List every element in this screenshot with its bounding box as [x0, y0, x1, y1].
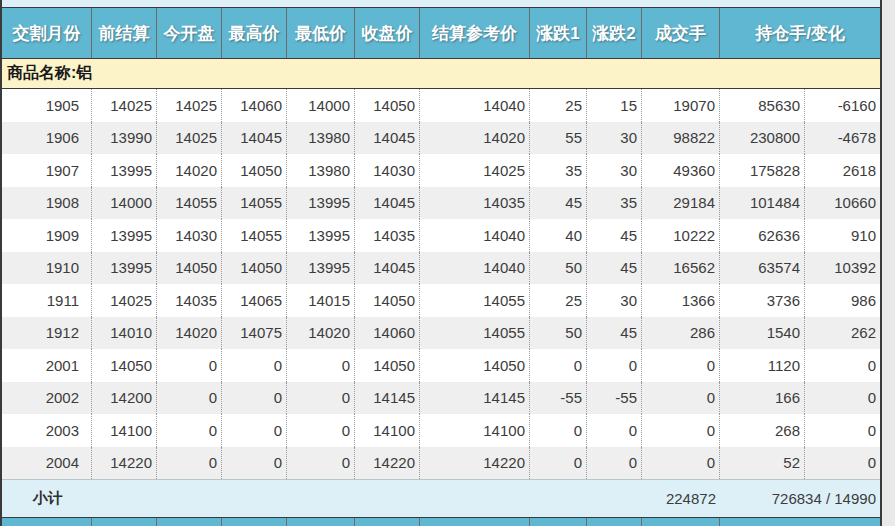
cell-volume: 0 [642, 447, 720, 480]
cell-close: 14045 [355, 122, 420, 155]
cell-change1: 40 [530, 219, 587, 252]
cell-delivery-month: 1909 [2, 219, 92, 252]
cell-settlement-reference: 14145 [420, 382, 530, 415]
cell-delivery-month: 2003 [2, 414, 92, 447]
cell-open-interest-change: 175828 [720, 154, 805, 187]
cell-prev-settlement: 13995 [92, 252, 157, 285]
table-body: 1905140251402514060140001405014040251519… [2, 89, 880, 479]
cell-open-interest-change: 1540 [720, 317, 805, 350]
cell-settlement-reference: 14055 [420, 284, 530, 317]
cell-volume: 1366 [642, 284, 720, 317]
table-row-1912: 1912140101402014075140201406014055504528… [2, 317, 880, 350]
cell-prev-settlement: 14200 [92, 382, 157, 415]
next-header-cell [157, 518, 222, 526]
cell-change2: 35 [587, 187, 642, 220]
cell-prev-settlement: 14025 [92, 284, 157, 317]
subtotal-left-area: 小计 224872 [2, 480, 720, 517]
cell-low: 13995 [287, 252, 355, 285]
subtotal-row: 小计 224872 726834 / 14990 [2, 479, 880, 517]
table-row-1905: 1905140251402514060140001405014040251519… [2, 89, 880, 122]
cell-prev-settlement: 14220 [92, 447, 157, 480]
cell-change2: -55 [587, 382, 642, 415]
cell-oi-change: 0 [805, 447, 880, 480]
cell-delivery-month: 2001 [2, 349, 92, 382]
column-header-volume: 成交手 [642, 8, 720, 58]
cell-high: 0 [222, 414, 287, 447]
futures-quotes-table: 交割月份前结算今开盘最高价最低价收盘价结算参考价涨跌1涨跌2成交手持仓手/变化 … [0, 0, 882, 526]
cell-open-interest-change: 85630 [720, 89, 805, 122]
cell-open: 14025 [157, 89, 222, 122]
cell-settlement-reference: 14220 [420, 447, 530, 480]
table-row-1906: 1906139901402514045139801404514020553098… [2, 122, 880, 155]
cell-close: 14050 [355, 349, 420, 382]
product-row: 商品名称:铝 [2, 58, 880, 89]
quotes-screen: { "table": { "headers": ["交割月份", "前结算", … [0, 0, 895, 526]
cell-low: 13980 [287, 154, 355, 187]
cell-settlement-reference: 14020 [420, 122, 530, 155]
cell-change2: 30 [587, 154, 642, 187]
cell-open: 14020 [157, 317, 222, 350]
cell-high: 14065 [222, 284, 287, 317]
cell-low: 14020 [287, 317, 355, 350]
cell-delivery-month: 1911 [2, 284, 92, 317]
cell-high: 14060 [222, 89, 287, 122]
cell-close: 14045 [355, 252, 420, 285]
next-section-header-tail [2, 517, 880, 526]
cell-close: 14060 [355, 317, 420, 350]
cell-low: 13995 [287, 187, 355, 220]
cell-open-interest-change: 1120 [720, 349, 805, 382]
cell-volume: 0 [642, 349, 720, 382]
next-header-cell [92, 518, 157, 526]
cell-close: 14050 [355, 284, 420, 317]
cell-high: 14055 [222, 219, 287, 252]
table-row-2002: 2002142000001414514145-55-5501660 [2, 382, 880, 415]
table-row-2004: 2004142200001422014220000520 [2, 447, 880, 480]
cell-change1: 50 [530, 317, 587, 350]
cell-delivery-month: 2004 [2, 447, 92, 480]
cell-open-interest-change: 3736 [720, 284, 805, 317]
cell-volume: 98822 [642, 122, 720, 155]
cell-delivery-month: 2002 [2, 382, 92, 415]
cell-prev-settlement: 13995 [92, 154, 157, 187]
column-header-change2: 涨跌2 [587, 8, 642, 58]
cell-open: 0 [157, 447, 222, 480]
column-header-high: 最高价 [222, 8, 287, 58]
cell-open-interest-change: 63574 [720, 252, 805, 285]
cell-change1: 0 [530, 447, 587, 480]
subtotal-volume-value: 224872 [666, 490, 720, 507]
cell-delivery-month: 1907 [2, 154, 92, 187]
cell-open: 14025 [157, 122, 222, 155]
cell-open-interest-change: 268 [720, 414, 805, 447]
cell-low: 0 [287, 382, 355, 415]
table-row-1907: 1907139951402014050139801403014025353049… [2, 154, 880, 187]
cell-prev-settlement: 14100 [92, 414, 157, 447]
cell-oi-change: 262 [805, 317, 880, 350]
cell-low: 14015 [287, 284, 355, 317]
cell-oi-change: 986 [805, 284, 880, 317]
column-header-settlement-reference: 结算参考价 [420, 8, 530, 58]
cell-high: 0 [222, 382, 287, 415]
cell-open: 0 [157, 349, 222, 382]
cell-delivery-month: 1908 [2, 187, 92, 220]
cell-high: 14050 [222, 252, 287, 285]
cell-close: 14035 [355, 219, 420, 252]
cell-oi-change: -6160 [805, 89, 880, 122]
cell-low: 13995 [287, 219, 355, 252]
cell-settlement-reference: 14050 [420, 349, 530, 382]
column-header-open-interest-change: 持仓手/变化 [720, 8, 880, 58]
next-header-cell [642, 518, 720, 526]
cell-high: 14075 [222, 317, 287, 350]
cell-delivery-month: 1905 [2, 89, 92, 122]
table-row-1911: 1911140251403514065140151405014055253013… [2, 284, 880, 317]
table-row-1909: 1909139951403014055139951403514040404510… [2, 219, 880, 252]
cell-volume: 10222 [642, 219, 720, 252]
next-header-cell [420, 518, 530, 526]
cell-prev-settlement: 14025 [92, 89, 157, 122]
cell-change2: 45 [587, 219, 642, 252]
table-row-2003: 20031410000014100141000002680 [2, 414, 880, 447]
cell-delivery-month: 1906 [2, 122, 92, 155]
cell-volume: 0 [642, 414, 720, 447]
cell-open-interest-change: 166 [720, 382, 805, 415]
cell-change1: 25 [530, 284, 587, 317]
cell-settlement-reference: 14100 [420, 414, 530, 447]
